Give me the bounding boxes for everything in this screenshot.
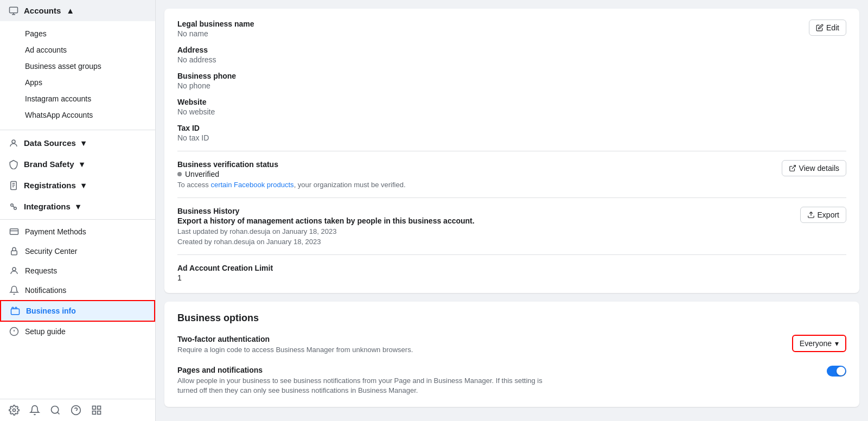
history-info: Business History Export a history of man… [177,207,475,246]
history-header: Business History Export a history of man… [177,207,846,246]
ad-limit-row: Ad Account Creation Limit 1 [177,264,846,282]
verification-value: Unverified [185,170,219,178]
svg-line-10 [13,206,14,207]
sidebar-item-payment-methods[interactable]: Payment Methods [0,222,155,241]
sidebar-item-integrations[interactable]: Integrations ▾ [0,196,155,217]
tax-id-row: Tax ID No tax ID [177,124,254,142]
export-button[interactable]: Export [800,207,846,223]
svg-rect-11 [10,229,18,235]
tax-id-label: Tax ID [177,124,254,132]
view-details-button[interactable]: View details [782,160,846,176]
business-info-label: Business info [26,307,76,315]
content-area: Legal business name No name Address No a… [156,0,868,416]
sidebar-child-business-asset-groups[interactable]: Business asset groups [0,58,155,74]
security-center-label: Security Center [25,247,77,256]
grid-icon[interactable] [91,405,102,416]
sidebar-item-registrations[interactable]: Registrations ▾ [0,175,155,196]
settings-icon[interactable] [9,405,20,416]
edit-button[interactable]: Edit [809,20,846,36]
sidebar-item-notifications[interactable]: Notifications [0,280,155,300]
verification-info: Business verification status Unverified … [177,160,406,189]
export-label: Export [818,210,839,219]
website-label: Website [177,98,254,106]
sidebar-item-brand-safety[interactable]: Brand Safety ▾ [0,154,155,175]
website-value: No website [177,107,254,116]
created-by: Created by rohan.desuja on January 18, 2… [177,238,475,246]
sidebar-item-business-info[interactable]: Business info [0,300,155,322]
svg-rect-26 [93,411,96,414]
integrations-chevron: ▾ [76,202,80,212]
payment-methods-label: Payment Methods [25,227,86,236]
address-label: Address [177,46,254,54]
sidebar-child-ad-accounts[interactable]: Ad accounts [0,42,155,58]
sidebar-item-security-center[interactable]: Security Center [0,241,155,261]
phone-label: Business phone [177,72,254,80]
two-factor-desc: Require a login code to access Business … [177,345,413,355]
registrations-label: Registrations [24,181,76,190]
website-row: Website No website [177,98,254,116]
edit-icon [816,24,824,31]
view-details-label: View details [799,164,839,173]
accounts-children: Pages Ad accounts Business asset groups … [0,21,155,127]
svg-point-9 [14,207,17,210]
sidebar-child-instagram[interactable]: Instagram accounts [0,91,155,107]
bell-icon[interactable] [29,405,40,416]
registrations-chevron: ▾ [81,181,86,190]
sidebar-child-pages[interactable]: Pages [0,25,155,42]
card-divider-1 [177,151,846,151]
data-sources-chevron: ▾ [81,138,86,148]
business-options-title: Business options [177,312,846,324]
sidebar: Accounts ▲ Pages Ad accounts Business as… [0,0,156,421]
legal-name-value: No name [177,29,254,38]
search-icon[interactable] [50,405,61,416]
sidebar-item-requests[interactable]: Requests [0,261,155,280]
svg-point-20 [52,406,59,413]
brand-safety-chevron: ▾ [80,160,84,169]
integrations-icon [9,201,18,212]
sidebar-child-whatsapp[interactable]: WhatsApp Accounts [0,107,155,123]
integrations-label: Integrations [24,202,71,211]
svg-line-28 [792,165,795,169]
pages-notifications-toggle[interactable] [827,366,846,377]
sidebar-item-data-sources[interactable]: Data Sources ▾ [0,132,155,154]
accounts-chevron: ▲ [66,6,74,15]
verification-link[interactable]: certain Facebook products [210,181,293,189]
verification-note-suffix: , your organization must be verified. [294,181,406,189]
accounts-icon [9,5,18,16]
sidebar-bottom-bar [0,399,155,421]
two-factor-value: Everyone [800,339,832,348]
payment-methods-icon [9,226,20,237]
verification-header: Business verification status Unverified … [177,160,846,189]
requests-label: Requests [25,266,57,275]
card-divider-3 [177,254,846,255]
address-value: No address [177,55,254,64]
setup-guide-label: Setup guide [25,327,66,336]
verification-status: Unverified [177,170,406,178]
two-factor-row: Two-factor authentication Require a logi… [177,335,846,355]
legal-name-label: Legal business name [177,20,254,28]
two-factor-info: Two-factor authentication Require a logi… [177,335,413,355]
two-factor-control: Everyone ▾ [792,335,846,352]
card-header: Legal business name No name Address No a… [177,20,846,142]
edit-label: Edit [826,23,839,32]
status-dot [177,172,182,176]
two-factor-dropdown[interactable]: Everyone ▾ [792,335,846,352]
svg-point-8 [11,204,14,207]
sidebar-child-apps[interactable]: Apps [0,74,155,91]
requests-icon [9,265,20,276]
business-fields: Legal business name No name Address No a… [177,20,254,142]
svg-rect-15 [11,309,20,315]
help-icon[interactable] [71,405,81,416]
brand-safety-icon [9,159,18,169]
pages-notifications-info: Pages and notifications Allow people in … [177,366,557,396]
tax-id-value: No tax ID [177,133,254,142]
ad-limit-label: Ad Account Creation Limit [177,264,846,272]
verification-label: Business verification status [177,160,406,169]
sidebar-item-accounts[interactable]: Accounts ▲ [0,0,155,21]
verification-note: To access certain Facebook products, you… [177,181,406,189]
main-content: Legal business name No name Address No a… [156,0,868,421]
sidebar-item-setup-guide[interactable]: Setup guide [0,322,155,341]
two-factor-chevron: ▾ [835,339,839,348]
security-center-icon [9,246,20,257]
brand-safety-label: Brand Safety [24,160,74,169]
